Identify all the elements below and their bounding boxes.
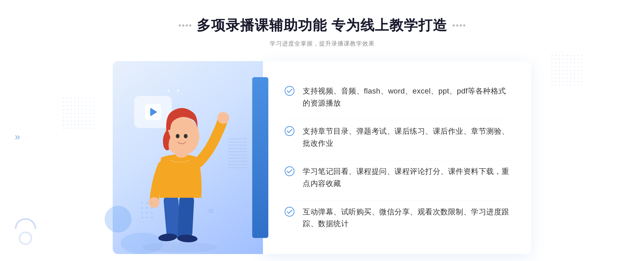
dot-pattern-left	[62, 96, 94, 129]
sparkle-decoration	[166, 88, 182, 94]
svg-point-24	[285, 86, 294, 95]
features-panel: 支持视频、音频、flash、word、excel、ppt、pdf等各种格式的资源…	[263, 61, 531, 254]
feature-item-2: 支持章节目录、弹题考试、课后练习、课后作业、章节测验、批改作业	[284, 120, 510, 155]
svg-point-17	[141, 212, 143, 214]
svg-point-26	[285, 167, 294, 176]
svg-point-9	[176, 134, 180, 138]
dot2	[182, 24, 184, 27]
dot6	[456, 24, 458, 27]
title-dots-right	[453, 24, 465, 27]
arrow-left-decoration: »	[15, 131, 20, 143]
header-section: 多项录播课辅助功能 专为线上教学打造 学习进度全掌握，提升录播课教学效果	[0, 16, 644, 48]
svg-point-13	[151, 202, 153, 204]
dot3	[186, 24, 188, 27]
feature-text-3: 学习笔记回看、课程提问、课程评论打分、课件资料下载，重点内容收藏	[303, 166, 510, 190]
feature-text-4: 互动弹幕、试听购买、微信分享、观看次数限制、学习进度跟踪、数据统计	[303, 206, 510, 230]
feature-item-3: 学习笔记回看、课程提问、课程评论打分、课件资料下载，重点内容收藏	[284, 160, 510, 195]
blue-stripe-decoration	[252, 77, 268, 238]
dot5	[453, 24, 455, 27]
feature-text-1: 支持视频、音频、flash、word、excel、ppt、pdf等各种格式的资源…	[303, 85, 510, 109]
title-dots-left	[179, 24, 191, 27]
subtitle: 学习进度全掌握，提升录播课教学效果	[270, 40, 375, 48]
svg-point-5	[217, 112, 229, 124]
svg-point-0	[142, 242, 217, 253]
svg-point-16	[151, 207, 153, 209]
person-svg: «	[126, 99, 239, 254]
svg-text:«: «	[208, 204, 214, 216]
main-content: « 支持视频、音频、flash、word、excel、ppt、pdf等各种格式的…	[113, 61, 531, 254]
svg-point-11	[141, 202, 143, 204]
svg-point-15	[146, 207, 148, 209]
check-icon-3	[284, 166, 295, 176]
svg-point-12	[146, 202, 148, 204]
svg-point-14	[141, 207, 143, 209]
deco-semicircle	[15, 218, 36, 229]
dot1	[179, 24, 181, 27]
svg-point-6	[149, 197, 159, 208]
title-row: 多项录播课辅助功能 专为线上教学打造	[179, 16, 465, 35]
dot-pattern-right	[550, 54, 582, 86]
illustration-panel: «	[113, 61, 263, 254]
bottom-left-decoration	[15, 218, 36, 245]
check-icon-2	[284, 126, 295, 136]
svg-point-10	[184, 134, 188, 138]
page-wrapper: » 多项录播课辅助功能 专为线上教学打造 学习进度全掌握，提升录播课教学效果	[0, 0, 644, 261]
svg-point-22	[151, 217, 153, 218]
deco-full-circle	[19, 232, 32, 245]
svg-point-20	[141, 217, 143, 218]
feature-item-4: 互动弹幕、试听购买、微信分享、观看次数限制、学习进度跟踪、数据统计	[284, 200, 510, 236]
dot4	[189, 24, 191, 27]
svg-point-18	[146, 212, 148, 214]
feature-text-2: 支持章节目录、弹题考试、课后练习、课后作业、章节测验、批改作业	[303, 125, 510, 150]
check-icon-1	[284, 86, 295, 96]
check-icon-4	[284, 207, 295, 217]
svg-point-27	[285, 207, 294, 216]
person-illustration: «	[126, 99, 239, 254]
dot7	[460, 24, 462, 27]
feature-item-1: 支持视频、音频、flash、word、excel、ppt、pdf等各种格式的资源…	[284, 80, 510, 115]
dot8	[463, 24, 465, 27]
svg-point-19	[151, 212, 153, 214]
svg-point-21	[146, 217, 148, 218]
main-title: 多项录播课辅助功能 专为线上教学打造	[197, 16, 447, 35]
svg-point-25	[285, 126, 294, 136]
svg-rect-2	[177, 195, 194, 238]
